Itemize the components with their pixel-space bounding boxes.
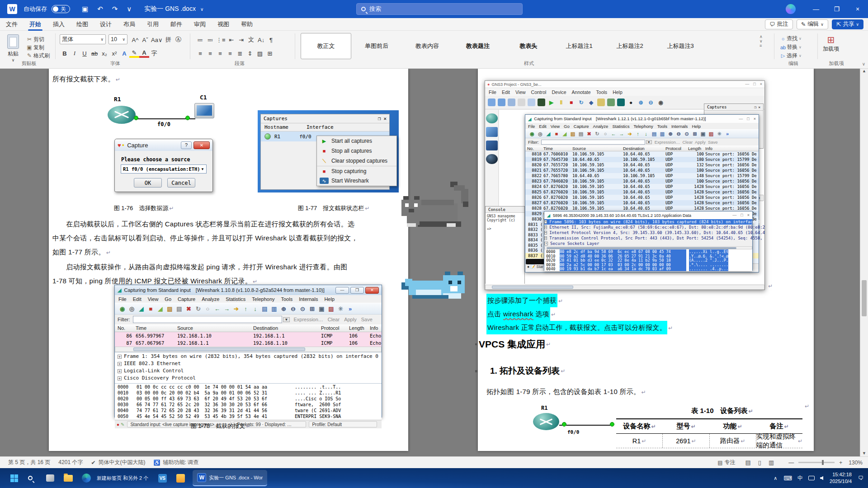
menu-item[interactable]: Go	[165, 296, 171, 302]
italic-icon[interactable]: I	[70, 50, 80, 57]
packet-row[interactable]: 8827 67.8276020 10.106.59.105 10.64.40.6…	[525, 200, 759, 206]
taskbar-search-icon[interactable]	[24, 470, 40, 486]
app-icon-orange[interactable]	[173, 470, 188, 486]
switch-device-icon[interactable]	[486, 127, 498, 137]
hex-line[interactable]: 003066 74 77 61 72 65 2c 20 32 36 30 30 …	[118, 402, 382, 408]
window-controls[interactable]: — □ ×	[739, 116, 756, 122]
numbering-icon[interactable]: ≕	[205, 37, 215, 43]
phonetic-guide-icon[interactable]: 拼	[163, 36, 173, 44]
indent-icon[interactable]: ⇥	[236, 37, 246, 43]
gns3-horizontal-scrollbar[interactable]	[485, 285, 764, 290]
resize-columns-icon[interactable]: ⊞	[307, 305, 317, 312]
document-scrollbar[interactable]: ▲ ▼	[860, 69, 868, 456]
page-left[interactable]: 所有报文截获下来。↵ R1 C1 f0/0 ♥● Capture ? ✕ Ple…	[49, 69, 408, 451]
resize-columns-icon[interactable]: ⊞	[691, 131, 699, 137]
borders-icon[interactable]: ⊞	[265, 50, 275, 57]
accessibility-status[interactable]: 辅助功能: 调查	[163, 459, 198, 466]
hex-line[interactable]: 001000 59 a2 d8 40 00 36 06 26 05 27 91 …	[546, 254, 752, 258]
context-menu-item[interactable]: ⟍Clear stopped captures	[317, 156, 396, 166]
word-task-button[interactable]: W 实验一 GNS .docx - Wor	[193, 470, 267, 486]
capture-options-icon[interactable]: ◎	[536, 131, 544, 137]
expand-icon[interactable]: +	[544, 231, 547, 235]
detail-line[interactable]: +Frame 1: 354 bytes on wire (2832 bits),…	[115, 353, 382, 361]
title-dropdown-icon[interactable]: ∨	[200, 7, 203, 12]
filter-buttons[interactable]: Expression… Clear Apply Save	[655, 140, 718, 145]
menu-item[interactable]: Help	[324, 296, 335, 302]
packet-row[interactable]: 8828 67.8276020 10.106.59.105 10.64.40.6…	[525, 206, 759, 211]
menu-item[interactable]: Edit	[133, 296, 142, 302]
text-effects-icon[interactable]: A	[119, 50, 129, 57]
show-hostnames-icon[interactable]	[528, 99, 535, 106]
page-right[interactable]: ● GNS3 Project - GNS3_be... — □ × FileEd…	[478, 69, 814, 451]
menu-item[interactable]: Internals	[671, 124, 688, 129]
menu-item[interactable]: Statistics	[226, 296, 245, 302]
clear-button[interactable]: Clear	[328, 317, 340, 322]
packet-row[interactable]: 8819 67.7645730 10.64.40.65 10.106.59.10…	[525, 157, 759, 162]
volume-icon[interactable]	[820, 476, 823, 480]
detail-line[interactable]: +Secure Sockets Layer	[544, 241, 752, 246]
goto-packet-icon[interactable]: ➔	[626, 131, 634, 137]
open-file-icon[interactable]: ▨	[569, 131, 577, 137]
packet-list-header[interactable]: No. Time Source Destination Protocol Len…	[115, 324, 382, 332]
insert-image-icon[interactable]	[607, 99, 615, 106]
outdent-icon[interactable]: ⇤	[226, 37, 236, 43]
go-top-icon[interactable]: ↑	[241, 305, 250, 312]
cancel-button[interactable]: Cancel	[167, 178, 195, 188]
context-menu-item[interactable]: ■Stop capturing	[317, 166, 396, 176]
more-commands-icon[interactable]: ∨	[127, 5, 132, 13]
proofing-icon[interactable]: ✔	[91, 460, 95, 466]
expand-icon[interactable]: +	[544, 225, 547, 229]
strikethrough-icon[interactable]: ab	[90, 50, 99, 57]
tray-chevron-icon[interactable]: ∧	[774, 475, 777, 481]
zoom-in-icon[interactable]: ⊕	[666, 131, 675, 137]
topology-icon[interactable]: ◆	[587, 99, 595, 106]
editing-mode-button[interactable]: ✎ 编辑∨	[797, 19, 828, 29]
start-capture-icon[interactable]: ◢	[544, 131, 552, 137]
zoom-out-icon[interactable]: ⊖	[675, 131, 683, 137]
preferences-icon[interactable]: ✳	[336, 305, 345, 312]
save-project-icon[interactable]	[508, 99, 515, 106]
close-panel-icon[interactable]: ✕	[758, 105, 760, 109]
format-painter-icon[interactable]: ✎格式刷	[25, 52, 50, 60]
maximize-button[interactable]: ❐	[350, 287, 364, 294]
save-file-icon[interactable]: ▤	[577, 131, 585, 137]
detail-line[interactable]: +IEEE 802.3 Ethernet	[115, 361, 382, 368]
ribbon-tab[interactable]: 开始	[24, 18, 47, 31]
menu-item[interactable]: Edit	[502, 89, 510, 95]
menu-item[interactable]: Tools	[281, 296, 293, 302]
list-interfaces-icon[interactable]: ◉	[118, 305, 127, 312]
change-case-icon[interactable]: Aa∨	[150, 37, 163, 43]
more-tools-icon[interactable]: »	[723, 131, 731, 136]
detail-line[interactable]: +Ethernet II, Src: FujianRu_ec:e8:67 (58…	[544, 225, 752, 230]
styles-scroll-down-icon[interactable]: ∨	[760, 39, 763, 43]
web-layout-icon[interactable]: ▥	[769, 459, 774, 466]
zoom-in-icon[interactable]: ⊕	[637, 99, 645, 106]
edge-icon[interactable]	[79, 470, 94, 486]
filter-dropdown-icon[interactable]: ▼	[283, 317, 290, 322]
hostname-column[interactable]: Hostname	[264, 124, 288, 130]
menu-item[interactable]: View	[551, 124, 560, 129]
detail-line[interactable]: +Internet Protocol Version 4, Src: 39.14…	[544, 230, 752, 235]
start-all-icon[interactable]: ▶	[547, 99, 555, 106]
menu-item[interactable]: Telephony	[252, 296, 274, 302]
capture-options-icon[interactable]: ◎	[127, 305, 137, 312]
menu-item[interactable]: File	[528, 124, 535, 129]
styles-more-icon[interactable]: ≡	[760, 43, 763, 48]
zoom-out-button[interactable]: —	[788, 460, 794, 466]
source-dropdown[interactable]: R1 f0/0 (encapsulation:ETH) ▼	[121, 164, 207, 174]
filter-input[interactable]	[133, 316, 282, 323]
expression-button[interactable]: Expression…	[293, 317, 323, 322]
draw-ellipse-icon[interactable]: ●	[627, 99, 635, 106]
filter-input[interactable]	[541, 140, 645, 145]
menu-item[interactable]: Help	[613, 89, 623, 95]
detail-line[interactable]: +Logical-Link Control	[115, 368, 382, 375]
horizontal-scrollbar[interactable]	[115, 347, 382, 352]
coloring-rules-icon[interactable]: ▨	[326, 305, 336, 312]
draw-rectangle-icon[interactable]	[617, 99, 625, 106]
find-packet-icon[interactable]: ○	[203, 305, 212, 312]
save-button[interactable]: Save	[361, 317, 373, 322]
expand-icon[interactable]: +	[118, 362, 122, 366]
packet-row[interactable]: 8824 67.8276020 10.106.59.105 10.64.40.6…	[525, 184, 759, 189]
collapse-ribbon-icon[interactable]: ∨	[862, 61, 865, 66]
goto-packet-icon[interactable]: ➔	[231, 305, 241, 312]
